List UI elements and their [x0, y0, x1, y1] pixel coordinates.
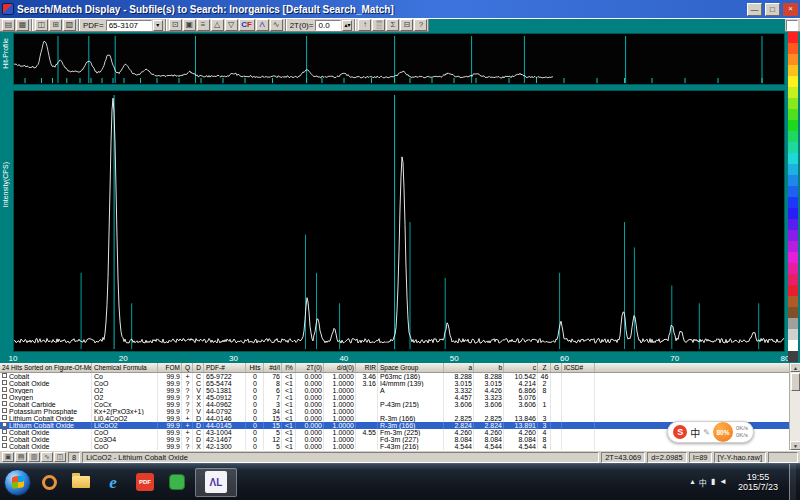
speed-percent-badge[interactable]: 80% [713, 422, 733, 442]
peak-search-icon[interactable]: ↑ [358, 19, 371, 31]
filter-up-icon[interactable]: △ [211, 19, 224, 31]
diffraction-pattern-panel[interactable] [13, 90, 785, 352]
row-checkbox[interactable] [2, 408, 7, 413]
palette-color[interactable] [788, 197, 798, 208]
scroll-down-icon[interactable]: ▼ [790, 441, 800, 450]
column-header[interactable]: D [193, 363, 204, 372]
filter-down-icon[interactable]: ▽ [225, 19, 238, 31]
column-header[interactable]: a [444, 363, 474, 372]
taskbar-explorer-icon[interactable] [67, 468, 95, 496]
column-header[interactable]: RIR [356, 363, 378, 372]
line-list-icon[interactable]: ≡ [197, 19, 210, 31]
row-checkbox[interactable] [2, 394, 7, 399]
taskbar-pdf-reader-icon[interactable]: PDF [131, 468, 159, 496]
tray-network-icon[interactable]: ▮ [711, 477, 715, 488]
table-row[interactable]: OxygenO299.9?V50-138106<10.0001.0000A3.3… [0, 387, 800, 394]
table-row[interactable]: Cobalt OxideCoO99.9?C65-547408<10.0001.0… [0, 380, 800, 387]
table-row[interactable]: Cobalt CarbideCoCx99.9?X44-096203<10.000… [0, 401, 800, 408]
print-icon[interactable]: ⊟ [400, 19, 413, 31]
row-checkbox[interactable] [2, 443, 7, 448]
column-header[interactable]: G [551, 363, 562, 372]
status-stack-toggle-icon[interactable]: ▤ [15, 452, 27, 462]
start-button[interactable] [4, 469, 31, 496]
column-header[interactable]: 2T(0) [296, 363, 324, 372]
clear-overlay-icon[interactable]: ▣ [183, 19, 196, 31]
palette-color[interactable] [788, 164, 798, 175]
palette-color[interactable] [788, 175, 798, 186]
row-checkbox[interactable] [2, 436, 7, 441]
jade-logo-icon[interactable]: Λ [256, 19, 269, 31]
show-desktop-button[interactable] [789, 464, 796, 500]
palette-color[interactable] [788, 109, 798, 120]
palette-color[interactable] [788, 208, 798, 219]
scrollbar-thumb[interactable] [791, 373, 800, 391]
palette-color[interactable] [788, 285, 798, 296]
palette-color[interactable] [788, 142, 798, 153]
overlay-pdf-icon[interactable]: ⊡ [169, 19, 182, 31]
marker-lines-icon[interactable]: ▒ [372, 19, 385, 31]
pdf-number-input[interactable]: 65-3107 [106, 20, 152, 31]
taskbar-jade-button[interactable]: ΛL [195, 468, 237, 497]
table-row[interactable]: Potassium PhosphateKx+2(PxO3x+1)99.9?V44… [0, 408, 800, 415]
palette-color[interactable] [788, 263, 798, 274]
maximize-button[interactable]: □ [765, 3, 780, 16]
status-profile-toggle-icon[interactable]: ∿ [41, 452, 53, 462]
palette-color[interactable] [788, 296, 798, 307]
row-checkbox[interactable] [2, 415, 7, 420]
palette-color[interactable] [788, 43, 798, 54]
table-row[interactable]: Cobalt OxideCoO99.9?X42-130005<10.0001.0… [0, 443, 800, 450]
palette-color[interactable] [788, 340, 798, 351]
close-button[interactable]: × [783, 3, 798, 16]
column-header[interactable]: ICSD# [562, 363, 595, 372]
palette-color[interactable] [788, 274, 798, 285]
palette-color[interactable] [788, 307, 798, 318]
column-header[interactable]: Chemical Formula [92, 363, 158, 372]
column-header[interactable]: FOM [158, 363, 182, 372]
tray-volume-icon[interactable]: ◄ [719, 477, 727, 488]
palette-color[interactable] [788, 153, 798, 164]
palette-color[interactable] [788, 252, 798, 263]
column-header[interactable]: d/d(0) [324, 363, 356, 372]
column-header[interactable]: 24 Hits Sorted on Figure-Of-Merit [0, 363, 92, 372]
row-checkbox[interactable] [2, 422, 7, 427]
row-checkbox[interactable] [2, 429, 7, 434]
tray-show-hidden-icon[interactable]: ▴ [691, 477, 695, 488]
column-header[interactable]: Z [538, 363, 551, 372]
overlay-view-icon[interactable]: ▦ [16, 19, 29, 31]
column-header[interactable]: I% [282, 363, 296, 372]
minimize-button[interactable]: — [747, 3, 762, 16]
ime-mode-indicator[interactable]: 中 [690, 425, 700, 440]
column-header[interactable]: Hits [246, 363, 264, 372]
palette-color[interactable] [788, 120, 798, 131]
column-header[interactable]: PDF-# [204, 363, 246, 372]
zoom-window-icon[interactable]: ◫ [35, 19, 48, 31]
taskbar-ie-icon[interactable]: e [99, 468, 127, 496]
status-link-toggle-icon[interactable]: ◫ [54, 452, 66, 462]
hit-profile-panel[interactable] [13, 33, 785, 85]
column-header[interactable]: Q [182, 363, 193, 372]
pdf-dropdown-arrow-icon[interactable]: ▾ [153, 20, 163, 31]
row-checkbox[interactable] [2, 387, 7, 392]
chemistry-filter-button[interactable]: CF [239, 19, 255, 31]
two-theta-spinner-icon[interactable]: ▴▾ [342, 20, 352, 31]
palette-color[interactable] [788, 87, 798, 98]
help-icon[interactable]: ? [414, 19, 427, 31]
status-lines-toggle-icon[interactable]: ▥ [28, 452, 40, 462]
ime-speed-widget[interactable]: S 中 ✎ 80% 0K/s 0K/s [667, 421, 754, 443]
palette-color[interactable] [788, 131, 798, 142]
palette-color[interactable] [788, 65, 798, 76]
palette-color[interactable] [788, 32, 798, 43]
taskbar-media-player-icon[interactable] [35, 468, 63, 496]
column-header[interactable]: #d/I [264, 363, 282, 372]
taskbar-messenger-icon[interactable] [163, 468, 191, 496]
two-theta-offset-input[interactable]: 0.0 [315, 20, 341, 31]
scroll-up-icon[interactable]: ▲ [790, 363, 800, 372]
column-header[interactable]: Space Group [378, 363, 444, 372]
table-row[interactable]: OxygenO299.9?X45-091207<10.0001.00004.45… [0, 394, 800, 401]
palette-color[interactable] [788, 230, 798, 241]
previous-view-icon[interactable]: ▧ [63, 19, 76, 31]
palette-color[interactable] [788, 54, 798, 65]
palette-color[interactable] [788, 351, 798, 362]
column-header[interactable]: c [504, 363, 538, 372]
palette-color[interactable] [788, 186, 798, 197]
